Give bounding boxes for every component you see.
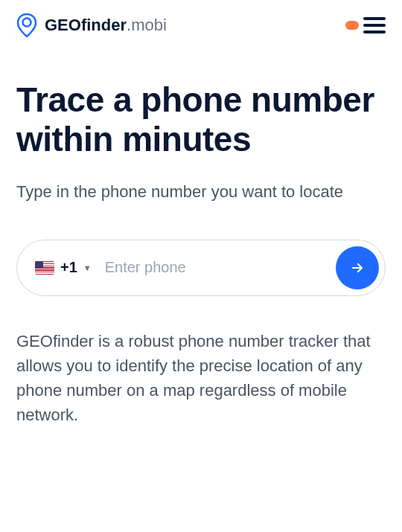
logo[interactable]: GEOfinder.mobi xyxy=(16,13,167,37)
us-flag-icon xyxy=(35,261,54,275)
brand-prefix: GEOfinder xyxy=(45,16,127,34)
site-header: GEOfinder.mobi xyxy=(0,0,402,51)
chevron-down-icon: ▼ xyxy=(83,263,92,272)
phone-input-container: +1 ▼ xyxy=(16,240,386,296)
brand-name: GEOfinder.mobi xyxy=(45,16,167,35)
description-text: GEOfinder is a robust phone number track… xyxy=(16,329,386,427)
brand-suffix: .mobi xyxy=(127,16,167,34)
accent-icon xyxy=(345,21,359,30)
arrow-right-icon xyxy=(350,260,365,275)
page-subtitle: Type in the phone number you want to loc… xyxy=(16,180,386,204)
location-pin-icon xyxy=(16,13,37,37)
submit-button[interactable] xyxy=(336,246,379,289)
page-title: Trace a phone number within minutes xyxy=(16,80,386,159)
main-content: Trace a phone number within minutes Type… xyxy=(0,51,402,427)
menu-area xyxy=(345,17,386,33)
country-code-selector[interactable]: +1 ▼ xyxy=(35,259,102,276)
hamburger-menu-button[interactable] xyxy=(363,17,386,33)
phone-number-input[interactable] xyxy=(102,253,336,282)
dial-code: +1 xyxy=(60,259,77,276)
